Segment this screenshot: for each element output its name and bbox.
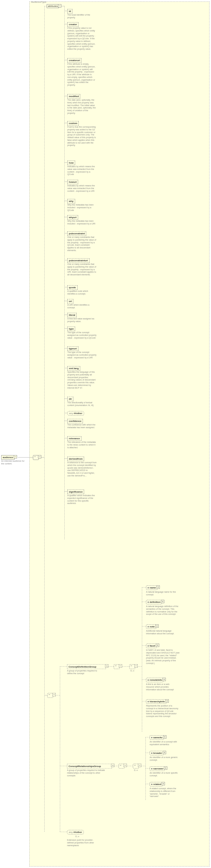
attr-type: type [67,327,75,331]
collapse-icon [134,664,138,668]
expand-icon [163,751,166,754]
attr-id: id [67,9,72,13]
attr-literal: literal [67,313,77,317]
expand-icon [166,699,169,703]
desc-howuri: Indicates by which means the value was e… [67,185,97,192]
expand-icon [162,782,165,785]
occurrence: 0..∞ [131,670,134,672]
connector [145,784,150,784]
node-audience: audience [1,455,15,460]
desc-child-related: A related concept, where the relationshi… [150,787,180,798]
desc-child-remoteinfo: A link to an item or a web resource whic… [146,683,176,691]
desc-child-sameas: An identifier of a concept with equivale… [150,741,178,746]
connector [64,233,67,234]
audience-type-container [29,1,210,867]
connector [64,399,67,399]
attr-why: why [67,199,75,204]
attr-any-other: any ##other [67,411,84,415]
connector [64,260,67,260]
connector [142,626,146,626]
connector [145,753,150,753]
desc-why: Why the metadata has been included - exp… [67,204,97,212]
sequence-content [47,693,53,698]
desc-how: Indicates by which means the value was e… [67,165,97,176]
attr-derivedfrom: derivedfrom [67,457,84,461]
desc-groups-1: A group of properites required to indica… [67,769,106,777]
sequence-defgroup-inner [129,664,135,669]
connector [60,666,60,832]
group-conceptrelationships: ConceptRelationshipsGroup [67,764,112,769]
attr-pubconstrainturi: pubconstrainturi [67,258,90,263]
desc-modified: The date (and, optionally, the time) whe… [67,99,96,115]
connector [145,737,150,737]
desc-literal: A free-text value assigned as property v… [67,318,97,323]
connector [64,11,67,11]
collapse-icon [38,455,41,458]
sequence-defgroup [114,664,120,669]
desc-child-hierarchyinfo: Represents the position of a concept in … [146,705,179,718]
connector [145,768,150,769]
connector [141,766,145,766]
child-note: ■ note [146,624,156,629]
attributes-header: attributes [47,4,59,8]
group-conceptdefinition: ConceptDefinitionGroup [67,664,106,669]
choice-relgroup [133,764,139,769]
expand-icon [156,644,159,647]
connector [64,413,67,413]
connector [64,301,67,301]
sequence-relgroup [118,764,125,769]
attr-qcode: qcode [67,285,77,290]
connector [18,457,33,458]
expand-icon [163,678,166,681]
expand-icon [155,624,159,628]
sequence-root [33,455,39,460]
connector [44,6,45,832]
child-narrower: ■ narrower [150,767,165,771]
desc-custom: If set to true the corresponding propert… [67,126,97,147]
connector [145,737,146,800]
attr-custom: custom [67,121,79,126]
connector [64,60,67,60]
attr-significance: significance [67,490,84,494]
connector [64,6,65,539]
desc-any-other: Extension point for provider-defined pro… [67,839,100,847]
connector [64,368,67,368]
desc-uri: A URI which identifies a concept. [67,304,97,309]
attr-creator: creator [67,22,78,27]
collapse-icon [52,693,56,696]
desc-creator: If the property value is not defined, sp… [67,27,96,51]
collapse-icon [14,455,17,458]
desc-pubconstrainturi: One or many constraints that apply to pu… [67,263,97,276]
attr-dir: dir [67,397,73,401]
collapse-icon [111,764,114,767]
desc-confidence: The confidence with which the metadata h… [67,424,97,429]
connector [64,162,67,163]
occurrence: 0..∞ [75,835,79,837]
collapse-icon [138,764,141,767]
collapse-icon [105,664,108,668]
connector [44,6,47,6]
desc-whyuri: Why the metadata has been included - exp… [67,220,97,225]
desc-creatoruri: If the attribute is empty, specifies whi… [67,63,96,87]
connector [112,766,118,766]
connector [64,287,67,287]
desc-child-name: A natural language name for the concept. [146,591,176,596]
attr-uri: uri [67,299,73,304]
desc-pubconstraint: One or many constraints that apply to pu… [67,236,97,252]
child-hierarchyinfo: ■ hierarchyInfo [146,699,166,704]
desc-child-facet: In NAR 1.8 and later, facet is deprecate… [146,649,180,665]
connector [142,645,146,646]
connector [64,421,67,421]
expand-icon [164,767,167,770]
attr-xmllang: xml:lang [67,366,80,371]
desc-qcode: A qualified code which identifies a conc… [67,290,97,296]
attr-typeuri: typeuri [67,346,78,351]
connector [127,766,133,766]
connector [44,695,47,695]
connector [64,458,67,459]
child-remoteinfo: ■ remoteInfo [146,678,164,682]
connector [64,491,67,492]
connector [142,587,146,588]
attr-how: how [67,161,75,165]
expand-icon [156,585,160,589]
